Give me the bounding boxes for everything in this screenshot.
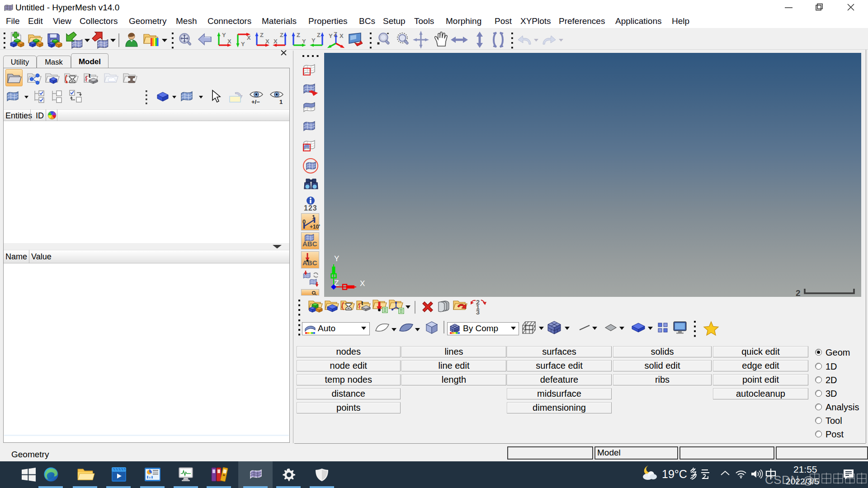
svg-text:Y: Y	[311, 37, 316, 44]
svg-text:Y: Y	[241, 41, 245, 47]
svg-text:X: X	[265, 38, 269, 45]
svg-text:Y: Y	[222, 32, 226, 38]
svg-text:X: X	[360, 279, 365, 288]
svg-text:X: X	[340, 33, 344, 39]
svg-text:Y: Y	[329, 33, 333, 39]
svg-text:+10': +10'	[310, 224, 320, 230]
svg-text:Z: Z	[260, 32, 264, 38]
svg-text:t: t	[361, 300, 363, 306]
svg-text:t: t	[89, 72, 91, 79]
svg-text:X: X	[274, 38, 278, 45]
svg-text:X: X	[227, 38, 231, 45]
svg-text:Y: Y	[302, 38, 306, 45]
svg-text:Z: Z	[334, 31, 337, 38]
svg-text:Z: Z	[280, 32, 283, 38]
svg-text:X: X	[247, 34, 251, 41]
svg-text:Y: Y	[334, 254, 339, 263]
svg-text:Z: Z	[297, 32, 300, 38]
svg-text:Z: Z	[317, 32, 321, 38]
